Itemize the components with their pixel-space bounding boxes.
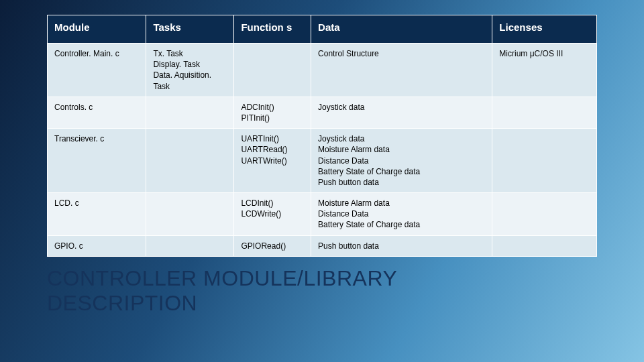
cell-licenses [492,97,597,128]
col-module: Module [48,15,146,44]
cell-tasks [146,97,234,128]
table-row: Controls. c ADCInit() PITInit() Joystick… [48,97,597,128]
cell-data: Joystick data [311,97,492,128]
cell-licenses [492,129,597,193]
table-row: Controller. Main. c Tx. Task Display. Ta… [48,44,597,97]
table-row: GPIO. c GPIORead() Push button data [48,235,597,256]
col-functions: Function s [234,15,311,44]
cell-tasks [146,129,234,193]
module-table: Module Tasks Function s Data Licenses Co… [47,15,597,257]
cell-licenses: Micrium μC/OS III [492,44,597,97]
slide: Module Tasks Function s Data Licenses Co… [0,0,644,362]
cell-data: Push button data [311,235,492,256]
cell-functions [234,44,311,97]
cell-module: GPIO. c [48,235,146,256]
col-licenses: Licenses [492,15,597,44]
cell-functions: LCDInit() LCDWrite() [234,193,311,236]
title-line-1: CONTROLLER MODULE/LIBRARY [47,266,397,290]
module-table-wrap: Module Tasks Function s Data Licenses Co… [47,15,597,257]
cell-tasks [146,235,234,256]
cell-module: Transciever. c [48,129,146,193]
cell-module: LCD. c [48,193,146,236]
cell-tasks: Tx. Task Display. Task Data. Aquisition.… [146,44,234,97]
col-data: Data [311,15,492,44]
cell-data: Control Structure [311,44,492,97]
cell-tasks [146,193,234,236]
page-title: CONTROLLER MODULE/LIBRARY DESCRIPTION [47,266,597,316]
cell-functions: GPIORead() [234,235,311,256]
cell-functions: UARTInit() UARTRead() UARTWrite() [234,129,311,193]
table-row: LCD. c LCDInit() LCDWrite() Moisture Ala… [48,193,597,236]
header-row: Module Tasks Function s Data Licenses [48,15,597,44]
cell-functions: ADCInit() PITInit() [234,97,311,128]
cell-licenses [492,235,597,256]
cell-module: Controller. Main. c [48,44,146,97]
title-line-2: DESCRIPTION [47,291,197,315]
table-row: Transciever. c UARTInit() UARTRead() UAR… [48,129,597,193]
cell-licenses [492,193,597,236]
col-tasks: Tasks [146,15,234,44]
cell-data: Moisture Alarm data Distance Data Batter… [311,193,492,236]
cell-data: Joystick data Moisture Alarm data Distan… [311,129,492,193]
cell-module: Controls. c [48,97,146,128]
